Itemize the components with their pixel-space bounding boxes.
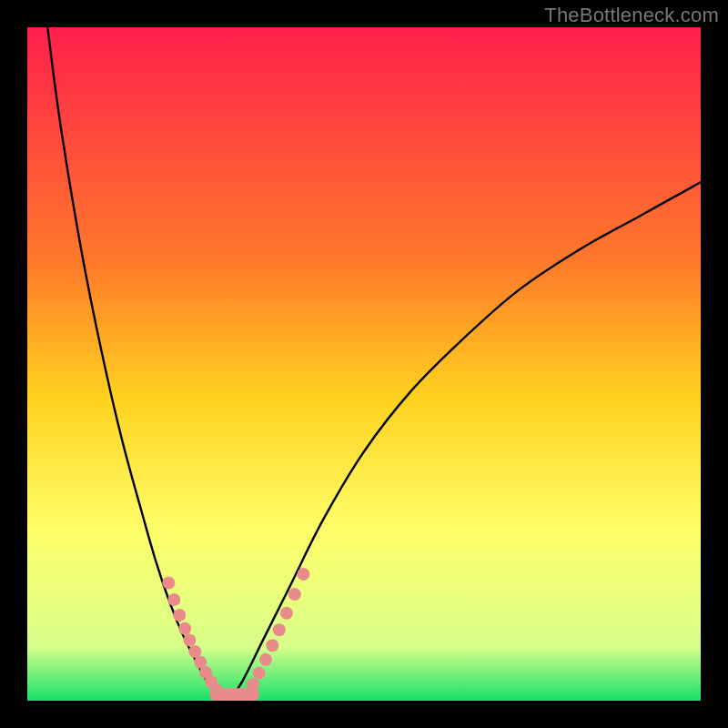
gradient-background: [27, 27, 701, 701]
watermark-text: TheBottleneck.com: [544, 4, 719, 27]
plot-area: [27, 27, 701, 701]
marker-dot: [167, 593, 180, 606]
marker-dot: [178, 622, 191, 635]
markers-bottom: [217, 692, 249, 701]
chart-stage: TheBottleneck.com: [0, 0, 728, 728]
marker-dot: [259, 653, 272, 666]
marker-dot: [273, 623, 286, 636]
marker-dot: [297, 568, 309, 581]
marker-dot: [183, 633, 196, 646]
marker-dot: [247, 678, 259, 691]
marker-dot: [266, 639, 278, 652]
marker-dot: [188, 645, 201, 658]
marker-dot: [173, 609, 186, 622]
marker-dot: [162, 577, 175, 590]
marker-dot: [280, 607, 293, 620]
marker-dot: [288, 588, 301, 601]
marker-dot: [253, 667, 266, 680]
chart-svg: [27, 27, 701, 701]
